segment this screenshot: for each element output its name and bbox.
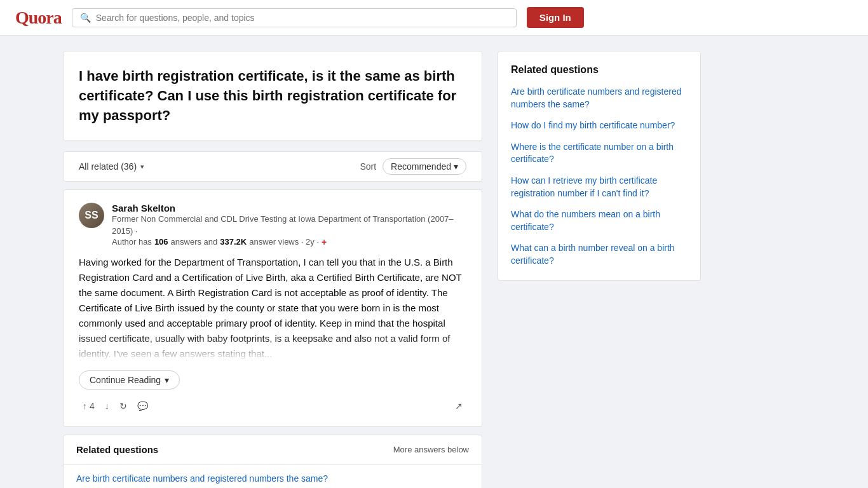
recommended-label: Recommended [391,161,451,172]
downvote-button[interactable]: ↓ [101,398,113,414]
meta-prefix: Author has [112,237,152,247]
sort-bar: All related (36) ▾ Sort Recommended ▾ [63,151,482,182]
sidebar-link-6[interactable]: What can a birth number reveal on a birt… [511,242,688,267]
chevron-down-icon: ▾ [140,163,144,171]
header: Quora 🔍 Sign In [0,0,868,36]
sidebar-link-5[interactable]: What do the numbers mean on a birth cert… [511,208,688,233]
related-card-header: Related questions More answers below [64,435,482,464]
answer-actions: ↑ 4 ↓ ↻ 💬 ↗ [79,398,466,414]
reshare-button[interactable]: ↻ [116,398,131,414]
avatar: SS [79,203,104,228]
share-icon: ↗ [455,401,463,411]
answerer-meta: Author has 106 answers and 337.2K answer… [112,237,466,247]
more-answers-label: More answers below [393,445,469,454]
answer-text: Having worked for the Department of Tran… [79,255,466,362]
upvote-button[interactable]: ↑ 4 [79,398,98,414]
answer-count: 106 [154,237,168,247]
answer-text-container: Having worked for the Department of Tran… [79,255,466,362]
question-title: I have birth registration certificate, i… [79,67,466,125]
comment-icon: 💬 [137,401,148,411]
upvote-icon: ↑ [83,401,87,411]
sidebar-link-4[interactable]: How can I retrieve my birth certificate … [511,175,688,200]
sidebar-link-2[interactable]: How do I find my birth certificate numbe… [511,119,688,132]
quora-logo[interactable]: Quora [15,8,62,28]
search-container: 🔍 [72,8,517,27]
sidebar-card-title: Related questions [511,64,688,76]
sort-label: Sort [360,161,376,172]
search-wrapper: 🔍 [72,8,517,27]
sidebar-card: Related questions Are birth certificate … [498,51,701,281]
plus-icon[interactable]: + [322,237,327,247]
comment-button[interactable]: 💬 [133,398,152,414]
views-label: answer views · 2y · [249,237,319,247]
question-card: I have birth registration certificate, i… [63,51,482,141]
answers-label: answers and [171,237,218,247]
sidebar-link-1[interactable]: Are birth certificate numbers and regist… [511,86,688,111]
reshare-icon: ↻ [119,401,127,411]
answerer-bio: Former Non Commercial and CDL Drive Test… [112,214,466,236]
share-button[interactable]: ↗ [451,398,466,414]
all-related-label: All related (36) [79,161,137,172]
sort-right: Sort Recommended ▾ [360,158,466,175]
center-column: I have birth registration certificate, i… [63,51,482,488]
right-sidebar: Related questions Are birth certificate … [498,51,701,281]
avatar-image: SS [79,203,104,228]
related-questions-card: Related questions More answers below Are… [63,435,482,488]
all-related-filter[interactable]: All related (36) ▾ [79,161,144,172]
downvote-icon: ↓ [105,401,109,411]
main-content: I have birth registration certificate, i… [53,36,815,488]
answerer-row: SS Sarah Skelton Former Non Commercial a… [79,203,466,247]
related-card-title: Related questions [76,444,158,455]
search-icon: 🔍 [80,13,91,23]
views-count: 337.2K [220,237,247,247]
continue-reading-label: Continue Reading [90,375,161,385]
chevron-down-icon: ▾ [454,161,458,172]
search-input[interactable] [96,13,508,23]
answer-card: SS Sarah Skelton Former Non Commercial a… [63,189,482,426]
chevron-down-icon: ▾ [165,375,169,385]
answerer-name[interactable]: Sarah Skelton [112,203,466,214]
continue-reading-button[interactable]: Continue Reading ▾ [79,370,180,390]
related-link-1[interactable]: Are birth certificate numbers and regist… [64,464,482,488]
recommended-button[interactable]: Recommended ▾ [383,158,466,175]
signin-button[interactable]: Sign In [527,7,584,28]
upvote-count: 4 [90,401,95,411]
answerer-info: Sarah Skelton Former Non Commercial and … [112,203,466,247]
sidebar-link-3[interactable]: Where is the certificate number on a bir… [511,141,688,166]
